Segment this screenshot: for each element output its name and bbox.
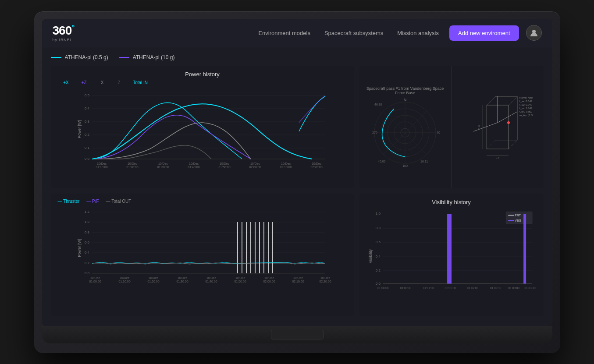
svg-text:m_Ap: [0.00, 0.00, 0.011 A·m²]: m_Ap: [0.00, 0.00, 0.011 A·m²] <box>519 114 533 117</box>
radar-panel: Spacecraft pass #1 from Vandenberg Space… <box>359 66 452 188</box>
nav-spacecraft-subsystems[interactable]: Spacecraft subsystems <box>324 30 383 36</box>
svg-text:10/Dec: 10/Dec <box>311 162 321 165</box>
svg-text:10/Dec: 10/Dec <box>177 276 187 279</box>
nav-mission-analysis[interactable]: Mission analysis <box>397 30 439 36</box>
svg-text:0.6: 0.6 <box>375 240 381 244</box>
svg-line-47 <box>487 96 495 105</box>
svg-text:01:10:00: 01:10:00 <box>118 280 130 283</box>
svg-text:01:40:00: 01:40:00 <box>188 166 199 169</box>
svg-text:01:50:00: 01:50:00 <box>234 280 246 283</box>
power-history-svg: Power [W] 0.5 0.4 0.3 0.2 0.1 0.0 <box>58 88 347 171</box>
svg-text:0.1: 0.1 <box>84 146 89 150</box>
svg-text:01:20:00: 01:20:00 <box>126 166 138 169</box>
svg-text:Power [W]: Power [W] <box>77 239 82 257</box>
svg-text:10/Dec: 10/Dec <box>206 276 216 279</box>
visibility-panel: Visibility history PRT VBG Visibility 1.… <box>359 194 544 316</box>
svg-text:10/Dec: 10/Dec <box>189 162 199 165</box>
svg-text:01:01:30: 01:01:30 <box>445 286 456 289</box>
svg-text:CdA: 0.80, 0.80, 0.601 cm: CdA: 0.80, 0.80, 0.601 cm <box>519 110 533 113</box>
power-history-panel: Power history — +X — +Z — -X — -Z — Tota… <box>51 66 354 188</box>
legend-plus-x: — +X <box>58 80 69 85</box>
logo-subtitle: by IBNBI <box>53 38 75 42</box>
nav-environment-models[interactable]: Environment models <box>258 30 310 36</box>
svg-text:10/Dec: 10/Dec <box>281 162 291 165</box>
svg-text:0.8: 0.8 <box>375 226 381 230</box>
svg-rect-129 <box>447 214 452 283</box>
content-area: ATHENA-pi (0.5 g) ATHENA-pi (10 g) Power… <box>42 47 552 326</box>
add-environment-button[interactable]: Add new enviroment <box>449 25 519 41</box>
svg-text:01:10:00: 01:10:00 <box>96 166 107 169</box>
logo-text: 360° <box>53 24 75 37</box>
svg-text:I_xx: 0.543 kg·m²: I_xx: 0.543 kg·m² <box>519 100 533 102</box>
visibility-title: Visibility history <box>366 199 537 205</box>
svg-text:02:20:00: 02:20:00 <box>310 166 322 169</box>
svg-text:02:10:00: 02:10:00 <box>280 166 292 169</box>
laptop-frame: 360° by IBNBI Environment models Spacecr… <box>34 11 560 353</box>
visibility-svg: PRT VBG Visibility 1.0 0.8 0.6 0.4 0.2 0… <box>366 208 537 302</box>
svg-text:1.0: 1.0 <box>375 212 381 216</box>
svg-text:0.0: 0.0 <box>84 271 89 275</box>
svg-text:10/Dec: 10/Dec <box>96 162 107 165</box>
svg-text:16:11: 16:11 <box>420 160 428 163</box>
legend-plus-z: — +Z <box>76 80 87 85</box>
svg-text:01 03:00: 01 03:00 <box>508 286 519 289</box>
svg-text:N: N <box>404 98 407 102</box>
svg-line-49 <box>487 140 495 149</box>
svg-text:0.4: 0.4 <box>84 106 89 110</box>
user-avatar[interactable] <box>526 25 542 41</box>
legend-total-in: — Total IN <box>128 80 148 85</box>
svg-text:01:20:00: 01:20:00 <box>147 280 159 283</box>
svg-text:I_yy: 0.049 kg·m²: I_yy: 0.049 kg·m² <box>519 103 533 106</box>
svg-text:0.5: 0.5 <box>84 93 89 97</box>
svg-text:10/Dec: 10/Dec <box>119 276 129 279</box>
svg-text:10/Dec: 10/Dec <box>90 276 100 279</box>
legend-line-purple <box>119 57 129 58</box>
svg-text:Visibility: Visibility <box>368 249 372 263</box>
svg-text:0.4: 0.4 <box>84 251 89 254</box>
right-top-panel: Spacecraft pass #1 from Vandenberg Space… <box>359 66 544 188</box>
svg-point-54 <box>507 121 510 124</box>
svg-text:01 02:30: 01 02:30 <box>490 286 501 289</box>
legend-label-05g: ATHENA-pi (0.5 g) <box>65 54 108 60</box>
laptop-bottom <box>42 326 552 343</box>
radar-title: Spacecraft pass #1 from Vandenberg Space… <box>363 86 448 95</box>
svg-text:10/Dec: 10/Dec <box>158 162 168 165</box>
legend-pf: — P/F <box>86 199 99 204</box>
svg-text:46:30: 46:30 <box>374 103 382 106</box>
svg-line-57 <box>473 123 498 131</box>
satellite-panel: Name: Athal-SAT I_xx: 0.543 kg·m² I_yy: … <box>452 66 544 188</box>
svg-text:10/Dec: 10/Dec <box>148 276 158 279</box>
legend-minus-x: — -X <box>94 80 104 85</box>
power-out-svg: Power [W] 1.2 1.0 0.8 0.6 0.4 0.2 0.0 <box>58 206 347 292</box>
svg-text:90: 90 <box>437 131 440 134</box>
svg-text:VBG: VBG <box>515 219 521 222</box>
svg-text:0.0: 0.0 <box>375 281 381 285</box>
navbar: 360° by IBNBI Environment models Spacecr… <box>42 19 552 47</box>
legend-thruster: — Thruster <box>58 199 80 204</box>
svg-text:02:20:00: 02:20:00 <box>319 280 331 283</box>
svg-text:0.4: 0.4 <box>375 254 381 258</box>
svg-text:10/Dec: 10/Dec <box>127 162 137 165</box>
svg-text:10/Dec: 10/Dec <box>320 276 330 279</box>
svg-text:0.2: 0.2 <box>375 268 381 272</box>
svg-text:0.8: 0.8 <box>84 230 89 234</box>
svg-text:45:00: 45:00 <box>378 160 386 163</box>
svg-text:01 02:00: 01 02:00 <box>467 286 479 289</box>
svg-text:I_zz: 1.843 kg·m²: I_zz: 1.843 kg·m² <box>519 107 533 110</box>
svg-text:1.2: 1.2 <box>84 210 89 214</box>
svg-rect-130 <box>523 214 526 283</box>
main-grid: Power history — +X — +Z — -X — -Z — Tota… <box>51 66 544 316</box>
power-out-legend: — Thruster — P/F — Total OUT <box>58 199 347 204</box>
svg-text:01 03:30: 01 03:30 <box>524 286 536 289</box>
svg-text:02:00:00: 02:00:00 <box>249 166 261 169</box>
trackpad <box>271 330 324 339</box>
legend-line-cyan <box>51 57 61 58</box>
satellite-svg: Name: Athal-SAT I_xx: 0.543 kg·m² I_yy: … <box>462 88 533 166</box>
svg-line-56 <box>498 112 517 123</box>
svg-text:01:30:00: 01:30:00 <box>176 280 188 283</box>
logo: 360° by IBNBI <box>53 24 75 42</box>
legend-total-out: — Total OUT <box>106 199 132 204</box>
svg-text:0.3: 0.3 <box>84 120 89 124</box>
svg-text:PRT: PRT <box>515 214 521 217</box>
svg-text:10/Dec: 10/Dec <box>250 162 260 165</box>
